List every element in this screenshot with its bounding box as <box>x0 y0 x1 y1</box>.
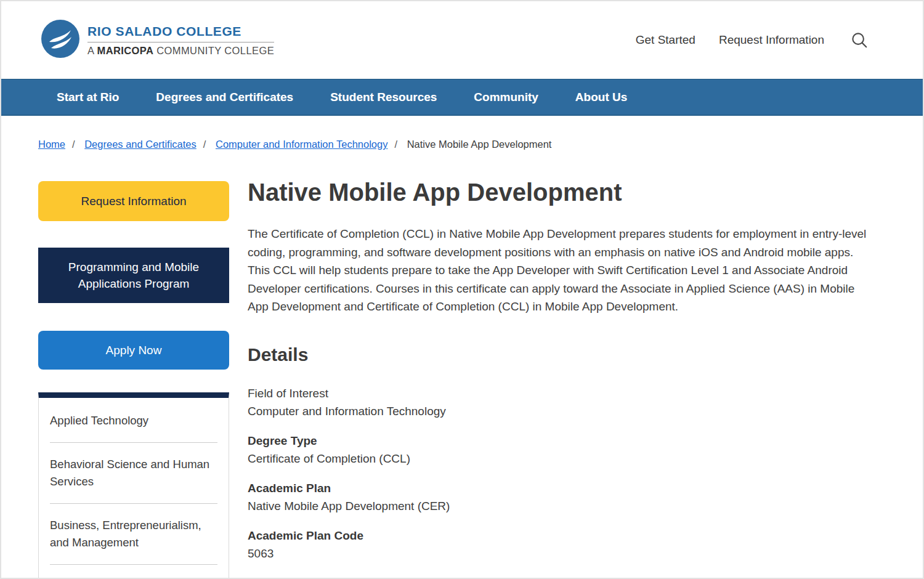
nav-item[interactable]: About Us <box>575 91 627 104</box>
main-nav: Start at Rio Degrees and Certificates St… <box>1 79 923 116</box>
logo-wave-icon <box>41 20 79 60</box>
breadcrumb-item: Computer and Information Technology/ <box>216 139 404 150</box>
sidebar-category[interactable]: Business, Entrepreneurialism, and Manage… <box>50 503 217 564</box>
detail-field-label: Academic Plan <box>248 479 895 497</box>
program-description: The Certificate of Completion (CCL) in N… <box>248 225 877 316</box>
page: RIO SALADO COLLEGE A MARICOPA COMMUNITY … <box>0 0 924 579</box>
breadcrumb-link[interactable]: Degrees and Certificates <box>84 139 197 150</box>
detail-field: Degree Type Certificate of Completion (C… <box>248 432 895 468</box>
header-utility-links: Get Started Request Information <box>636 33 824 47</box>
sidebar: Request Information Programming and Mobi… <box>38 178 229 579</box>
sidebar-category[interactable]: Computer and Information Technology <box>50 564 217 579</box>
nav-item[interactable]: Degrees and Certificates <box>156 91 293 104</box>
logo-subtitle: A MARICOPA COMMUNITY COLLEGE <box>87 45 274 57</box>
nav-item[interactable]: Community <box>474 91 538 104</box>
breadcrumb-separator: / <box>72 139 75 150</box>
search-icon[interactable] <box>850 31 869 49</box>
sidebar-category-label: Applied Technology <box>50 414 148 427</box>
logo-title: RIO SALADO COLLEGE <box>87 24 274 42</box>
breadcrumb-current: Native Mobile App Development <box>407 139 552 150</box>
page-title: Native Mobile App Development <box>248 178 895 206</box>
breadcrumb-separator: / <box>394 139 397 150</box>
content: Request Information Programming and Mobi… <box>1 150 923 579</box>
main-content: Native Mobile App Development The Certif… <box>248 178 895 574</box>
site-header: RIO SALADO COLLEGE A MARICOPA COMMUNITY … <box>1 1 923 79</box>
detail-field: Field of Interest Computer and Informati… <box>248 384 895 420</box>
logo-divider <box>87 42 274 43</box>
apply-now-button[interactable]: Apply Now <box>38 331 229 370</box>
breadcrumb-link[interactable]: Home <box>38 139 65 150</box>
header-link[interactable]: Request Information <box>719 33 824 47</box>
sidebar-category-label: Business, Entrepreneurialism, and Manage… <box>50 519 201 549</box>
detail-field-label: Degree Type <box>248 432 895 450</box>
detail-field: Academic Plan Code 5063 <box>248 527 895 562</box>
detail-field-label: Academic Plan Code <box>248 527 895 545</box>
details-heading: Details <box>248 344 895 365</box>
detail-field-label: Field of Interest <box>248 384 895 402</box>
detail-field-value: Certificate of Completion (CCL) <box>248 450 895 468</box>
breadcrumb-item: Degrees and Certificates/ <box>84 139 213 150</box>
sidebar-category[interactable]: Behavioral Science and Human Services <box>50 442 217 503</box>
rio-salado-logo[interactable]: RIO SALADO COLLEGE A MARICOPA COMMUNITY … <box>41 20 274 60</box>
details-fields: Field of Interest Computer and Informati… <box>248 384 895 562</box>
detail-field-value: 5063 <box>248 545 895 562</box>
header-link[interactable]: Get Started <box>636 33 695 47</box>
request-information-button[interactable]: Request Information <box>38 181 229 221</box>
detail-field-value: Computer and Information Technology <box>248 402 895 420</box>
breadcrumb-item: Home/ <box>38 139 82 150</box>
logo-text: RIO SALADO COLLEGE A MARICOPA COMMUNITY … <box>87 24 274 57</box>
nav-item[interactable]: Student Resources <box>330 91 437 104</box>
sidebar-category-label: Behavioral Science and Human Services <box>50 458 209 488</box>
breadcrumb-links: Home/ Degrees and Certificates/ Computer… <box>38 139 407 150</box>
breadcrumb: Home/ Degrees and Certificates/ Computer… <box>1 116 923 150</box>
sidebar-category[interactable]: Applied Technology <box>50 399 217 442</box>
program-link[interactable]: Programming and Mobile Applications Prog… <box>38 248 229 303</box>
detail-field-value: Native Mobile App Development (CER) <box>248 497 895 515</box>
category-panel: Applied Technology Behavioral Science an… <box>38 392 229 579</box>
breadcrumb-link[interactable]: Computer and Information Technology <box>216 139 387 150</box>
breadcrumb-separator: / <box>203 139 206 150</box>
nav-item[interactable]: Start at Rio <box>57 91 119 104</box>
detail-field: Academic Plan Native Mobile App Developm… <box>248 479 895 515</box>
